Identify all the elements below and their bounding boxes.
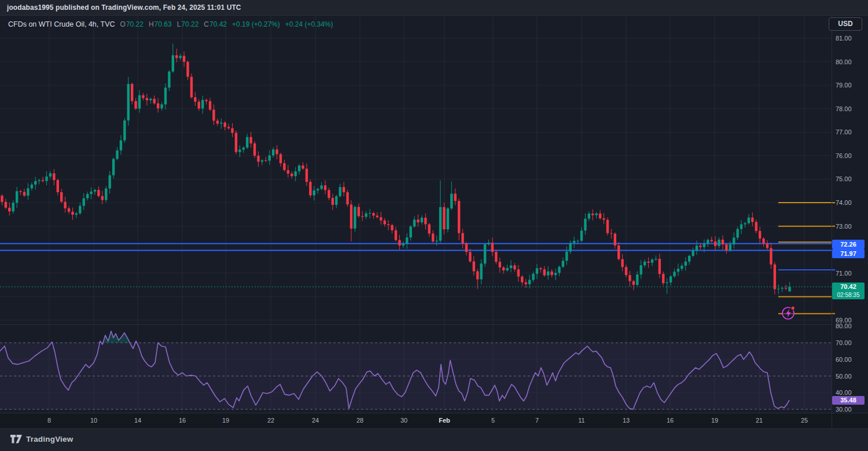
alert-notification-dot: [791, 306, 795, 310]
rsi-tick-label: 30.00: [836, 406, 866, 413]
time-tick-label: 14: [134, 417, 141, 424]
tradingview-snapshot: joodabas1995 published on TradingView.co…: [0, 0, 868, 451]
last-price-value: 70.42: [832, 283, 865, 291]
time-axis-strip[interactable]: [0, 413, 868, 428]
time-tick-label: 30: [400, 417, 407, 424]
time-tick-label: 24: [312, 417, 319, 424]
price-tick-label: 76.00: [836, 152, 866, 159]
chart-canvas[interactable]: [0, 0, 868, 451]
time-tick-label: 22: [267, 417, 274, 424]
tradingview-logo[interactable]: TradingView: [10, 435, 73, 443]
price-level-badge-lower: 71.97: [832, 249, 865, 258]
time-tick-label: 11: [578, 417, 584, 424]
currency-button[interactable]: USD: [829, 17, 862, 31]
time-tick-label: 10: [90, 417, 97, 424]
price-tick-label: 78.00: [836, 105, 866, 112]
rsi-tick-label: 40.00: [836, 389, 866, 396]
ohlc-open: O70.22: [120, 20, 144, 28]
time-tick-label: 19: [222, 417, 229, 424]
rsi-value-badge: 35.48: [832, 396, 865, 405]
price-tick-label: 80.00: [836, 58, 866, 65]
session-change: +0.24 (+0.34%): [285, 20, 333, 28]
time-tick-label: 7: [535, 417, 539, 424]
time-tick-label: 16: [179, 417, 186, 424]
last-price-badge: 70.42 02:58:35: [832, 283, 865, 299]
price-tick-label: 81.00: [836, 35, 866, 42]
bar-countdown: 02:58:35: [832, 291, 865, 299]
time-tick-label: 5: [491, 417, 495, 424]
rsi-tick-label: 70.00: [836, 339, 866, 346]
symbol-legend[interactable]: CFDs on WTI Crude Oil, 4h, TVC O70.22 H7…: [8, 19, 333, 30]
time-tick-label: Feb: [439, 417, 450, 424]
tradingview-logo-icon: [10, 435, 22, 443]
bar-change: +0.19 (+0.27%): [232, 20, 280, 28]
time-tick-label: 8: [47, 417, 51, 424]
tradingview-logo-text: TradingView: [26, 435, 73, 443]
price-tick-label: 74.00: [836, 199, 866, 206]
time-tick-label: 25: [801, 417, 808, 424]
time-tick-label: 21: [756, 417, 763, 424]
attribution-text: joodabas1995 published on TradingView.co…: [7, 3, 241, 12]
price-tick-label: 79.00: [836, 82, 866, 89]
time-tick-label: 16: [667, 417, 674, 424]
bottom-bar: [0, 428, 868, 451]
price-axis-border: [832, 16, 832, 428]
ohlc-high: H70.63: [149, 20, 172, 28]
candles: [1, 43, 790, 294]
time-tick-label: 28: [356, 417, 363, 424]
price-tick-label: 75.00: [836, 175, 866, 182]
ohlc-close: C70.42: [204, 20, 227, 28]
rsi-tick-label: 50.00: [836, 373, 866, 380]
price-tick-label: 73.00: [836, 223, 866, 230]
rsi-tick-label: 80.00: [836, 322, 866, 329]
price-level-badge-upper: 72.26: [832, 240, 865, 249]
time-tick-label: 13: [623, 417, 630, 424]
attribution-bar: joodabas1995 published on TradingView.co…: [0, 0, 868, 16]
ohlc-low: L70.22: [177, 20, 199, 28]
rsi-tick-label: 60.00: [836, 356, 866, 363]
time-tick-label: 19: [711, 417, 718, 424]
price-tick-label: 71.00: [836, 270, 866, 277]
price-tick-label: 77.00: [836, 129, 866, 135]
pane-separator[interactable]: [0, 324, 832, 325]
rsi-band: [0, 343, 832, 409]
symbol-title[interactable]: CFDs on WTI Crude Oil, 4h, TVC: [8, 20, 115, 28]
alert-lightning-icon[interactable]: [782, 306, 795, 319]
